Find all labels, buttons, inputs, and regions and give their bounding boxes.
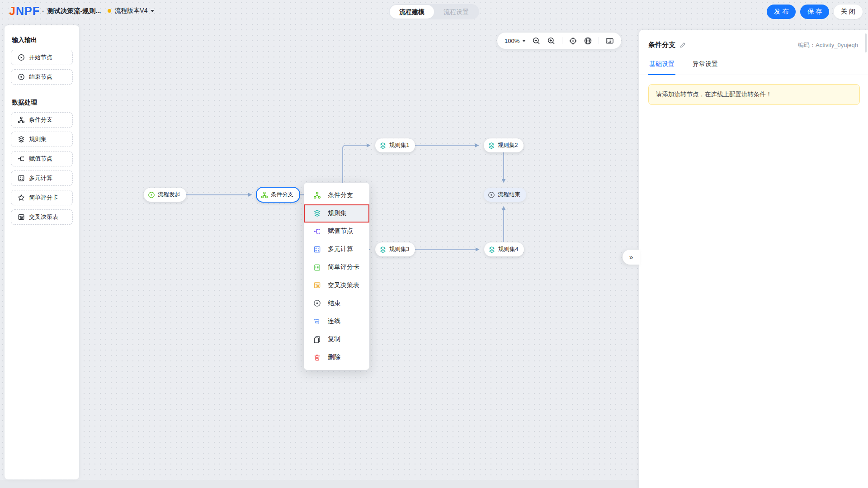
menu-item-label: 复制 (328, 335, 340, 343)
circle-dot-icon (313, 299, 321, 307)
layers-icon (488, 246, 495, 253)
menu-item-label: 删除 (328, 353, 340, 361)
zoom-in-icon[interactable] (547, 37, 556, 45)
palette-item-simple-scorecard[interactable]: 简单评分卡 (11, 190, 73, 205)
menu-item-label: 条件分支 (328, 191, 353, 199)
palette-item-decision-table[interactable]: 交叉决策表 (11, 209, 73, 225)
warning-notice: 请添加流转节点，在连线上配置流转条件！ (648, 84, 860, 105)
branch-icon (18, 116, 25, 123)
zoom-out-icon[interactable] (532, 37, 541, 45)
zoom-level-selector[interactable]: 100% (505, 38, 526, 44)
table-icon (313, 281, 321, 289)
palette-item-label: 开始节点 (29, 53, 52, 62)
star-icon (18, 194, 25, 201)
menu-item-assign-node[interactable]: 赋值节点 (304, 223, 369, 241)
caret-down-icon (151, 10, 154, 12)
connect-icon (313, 317, 321, 325)
node-context-menu: 条件分支 规则集 赋值节点 多元计算 简单评分卡 交叉决策表 结束 连线 复制 … (304, 183, 369, 370)
flow-node-ruleset-2[interactable]: 规则集2 (484, 138, 524, 152)
menu-item-label: 多元计算 (328, 245, 353, 253)
menu-item-delete[interactable]: 删除 (304, 348, 369, 366)
toolbar-divider (562, 37, 562, 44)
palette-item-label: 简单评分卡 (29, 194, 58, 202)
palette-item-assign-node[interactable]: 赋值节点 (11, 151, 73, 166)
menu-item-simple-scorecard[interactable]: 简单评分卡 (304, 258, 369, 276)
menu-item-label: 交叉决策表 (328, 281, 359, 289)
chevron-double-right-icon: » (629, 253, 633, 261)
node-label: 规则集3 (389, 246, 409, 253)
app-logo: JNPF (9, 0, 40, 22)
palette-item-multi-calc[interactable]: 多元计算 (11, 171, 73, 186)
play-circle-icon (18, 54, 25, 61)
circle-dot-icon (18, 73, 25, 81)
edit-pencil-icon[interactable] (679, 42, 686, 48)
canvas-toolbar: 100% (497, 33, 621, 49)
panel-collapse-button[interactable]: » (623, 250, 640, 265)
layers-icon (313, 209, 321, 217)
flow-node-ruleset-3[interactable]: 规则集3 (375, 242, 415, 256)
panel-scrollbar[interactable] (865, 33, 867, 52)
branch-icon (313, 191, 321, 199)
node-label: 条件分支 (271, 191, 293, 199)
save-button[interactable]: 保 存 (800, 5, 829, 19)
top-header: JNPF · 测试决策流-规则... 流程版本V4 流程建模 流程设置 发 布 … (0, 0, 868, 22)
menu-item-label: 赋值节点 (328, 227, 353, 235)
palette-item-label: 结束节点 (29, 73, 52, 81)
palette-item-start-node[interactable]: 开始节点 (11, 50, 73, 65)
menu-item-multi-calc[interactable]: 多元计算 (304, 240, 369, 258)
assign-icon (313, 227, 321, 235)
menu-item-end[interactable]: 结束 (304, 294, 369, 313)
layers-icon (379, 142, 387, 149)
palette-item-end-node[interactable]: 结束节点 (11, 69, 73, 85)
publish-button[interactable]: 发 布 (767, 5, 796, 19)
fit-view-globe-icon[interactable] (584, 37, 592, 45)
zoom-level-value: 100% (505, 38, 519, 44)
version-selector[interactable]: 流程版本V4 (108, 7, 154, 15)
palette-item-label: 条件分支 (29, 116, 52, 124)
node-code: 编码：Activity_0yujeqh (798, 41, 858, 49)
layers-icon (379, 246, 387, 253)
flow-node-ruleset-4[interactable]: 规则集4 (484, 242, 524, 256)
tab-flow-modeling[interactable]: 流程建模 (390, 5, 434, 19)
menu-item-condition-branch[interactable]: 条件分支 (304, 186, 369, 204)
node-palette-sidebar: 输入输出 开始节点 结束节点 数据处理 条件分支 规则集 赋值节点 多元计算 简… (5, 25, 79, 479)
menu-item-label: 连线 (328, 317, 340, 325)
palette-item-condition-branch[interactable]: 条件分支 (11, 112, 73, 128)
mode-tabs: 流程建模 流程设置 (389, 4, 479, 19)
menu-item-label: 结束 (328, 299, 340, 308)
version-status-dot (108, 9, 111, 13)
menu-item-label: 简单评分卡 (328, 263, 359, 271)
palette-item-label: 赋值节点 (29, 155, 52, 163)
tab-basic-settings[interactable]: 基础设置 (648, 57, 675, 75)
keyboard-shortcuts-icon[interactable] (605, 37, 614, 45)
menu-item-decision-table[interactable]: 交叉决策表 (304, 276, 369, 294)
menu-item-rule-set[interactable]: 规则集 (304, 204, 369, 223)
table-icon (18, 213, 25, 221)
flow-node-condition-branch[interactable]: 条件分支 (256, 187, 300, 203)
branch-icon (261, 191, 268, 199)
node-label: 流程发起 (158, 191, 180, 199)
close-button[interactable]: 关 闭 (834, 5, 863, 19)
tab-flow-settings[interactable]: 流程设置 (434, 5, 478, 19)
node-label: 规则集2 (498, 142, 518, 149)
panel-tabs: 基础设置 异常设置 (639, 57, 868, 75)
menu-item-label: 规则集 (328, 209, 347, 218)
menu-item-connect-line[interactable]: 连线 (304, 313, 369, 331)
copy-icon (313, 336, 321, 343)
assign-icon (18, 155, 25, 162)
node-label: 规则集4 (498, 246, 518, 253)
calc-icon (18, 175, 25, 182)
tab-exception-settings[interactable]: 异常设置 (692, 57, 719, 75)
layers-icon (488, 142, 495, 149)
flow-node-ruleset-1[interactable]: 规则集1 (375, 138, 415, 152)
play-circle-icon (148, 191, 155, 199)
palette-section-title: 输入输出 (12, 36, 72, 44)
center-target-icon[interactable] (569, 37, 577, 45)
palette-item-rule-set[interactable]: 规则集 (11, 132, 73, 147)
flow-node-end[interactable]: 流程结束 (484, 188, 526, 202)
calc-icon (313, 246, 321, 253)
palette-item-label: 交叉决策表 (29, 213, 58, 221)
menu-item-copy[interactable]: 复制 (304, 330, 369, 348)
layers-icon (18, 136, 25, 143)
flow-node-start[interactable]: 流程发起 (144, 188, 186, 202)
